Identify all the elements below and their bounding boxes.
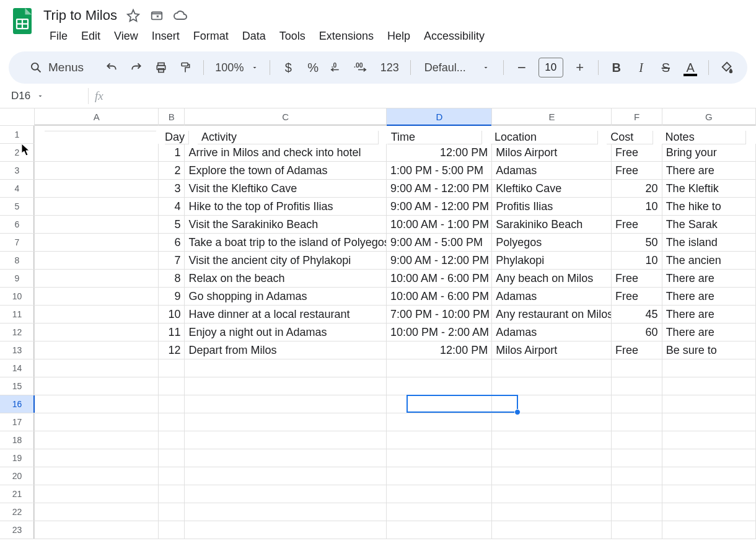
cell[interactable] bbox=[35, 341, 159, 359]
cell[interactable] bbox=[662, 413, 756, 431]
cell[interactable]: 10:00 AM - 6:00 PM bbox=[387, 270, 492, 288]
cell[interactable]: Any restaurant on Milos bbox=[492, 306, 612, 324]
cell[interactable]: Adamas bbox=[492, 162, 612, 180]
cell[interactable] bbox=[387, 377, 492, 395]
menu-format[interactable]: Format bbox=[187, 26, 235, 46]
row-header-21[interactable]: 21 bbox=[0, 485, 35, 503]
cell[interactable]: Hike to the top of Profitis Ilias bbox=[185, 198, 386, 216]
cell[interactable]: Free bbox=[612, 144, 662, 162]
cell[interactable]: 20 bbox=[612, 180, 662, 198]
cell[interactable] bbox=[492, 503, 612, 521]
cell[interactable]: There are bbox=[662, 270, 756, 288]
cell[interactable] bbox=[387, 359, 492, 377]
cell[interactable] bbox=[612, 395, 662, 413]
cell[interactable]: 3 bbox=[159, 180, 185, 198]
row-header-2[interactable]: 2 bbox=[0, 144, 35, 162]
cell[interactable] bbox=[35, 467, 159, 485]
cell[interactable] bbox=[159, 521, 185, 539]
cell[interactable] bbox=[492, 431, 612, 449]
text-color-button[interactable]: A bbox=[680, 57, 701, 78]
row-header-13[interactable]: 13 bbox=[0, 341, 35, 359]
sheets-logo[interactable] bbox=[10, 5, 35, 37]
cell[interactable]: 10:00 AM - 6:00 PM bbox=[387, 288, 492, 306]
cell[interactable] bbox=[159, 431, 185, 449]
cell[interactable]: 6 bbox=[159, 234, 185, 252]
cell[interactable] bbox=[492, 359, 612, 377]
cell[interactable]: Take a boat trip to the island of Polyeg… bbox=[185, 234, 386, 252]
row-header-4[interactable]: 4 bbox=[0, 180, 35, 198]
menu-view[interactable]: View bbox=[108, 26, 144, 46]
cell[interactable] bbox=[35, 324, 159, 341]
cell[interactable]: Milos Airport bbox=[492, 144, 612, 162]
row-header-7[interactable]: 7 bbox=[0, 234, 35, 252]
cell[interactable] bbox=[35, 449, 159, 467]
cell[interactable]: There are bbox=[662, 306, 756, 324]
cell[interactable]: Adamas bbox=[492, 324, 612, 341]
cell[interactable] bbox=[35, 413, 159, 431]
cell[interactable] bbox=[35, 216, 159, 234]
row-header-6[interactable]: 6 bbox=[0, 216, 35, 234]
menu-tools[interactable]: Tools bbox=[273, 26, 312, 46]
formula-input[interactable] bbox=[110, 84, 756, 108]
cell[interactable] bbox=[612, 449, 662, 467]
cell[interactable] bbox=[662, 467, 756, 485]
cell[interactable] bbox=[662, 359, 756, 377]
paint-format-button[interactable] bbox=[175, 57, 196, 78]
cell[interactable] bbox=[387, 431, 492, 449]
column-header-B[interactable]: B bbox=[159, 108, 185, 126]
cell[interactable] bbox=[35, 377, 159, 395]
cell[interactable]: Notes bbox=[662, 131, 746, 144]
cell[interactable] bbox=[387, 395, 492, 413]
cell[interactable] bbox=[159, 377, 185, 395]
cell[interactable]: The Kleftik bbox=[662, 180, 756, 198]
row-header-1[interactable]: 1 bbox=[0, 126, 35, 144]
cell[interactable]: The hike to bbox=[662, 198, 756, 216]
cell[interactable]: Arrive in Milos and check into hotel bbox=[185, 144, 386, 162]
row-header-19[interactable]: 19 bbox=[0, 449, 35, 467]
name-box[interactable]: D16 bbox=[7, 90, 82, 102]
cell[interactable] bbox=[612, 485, 662, 503]
menu-accessibility[interactable]: Accessibility bbox=[418, 26, 491, 46]
cell[interactable] bbox=[159, 485, 185, 503]
cell[interactable]: Enjoy a night out in Adamas bbox=[185, 324, 386, 341]
cell[interactable]: 50 bbox=[612, 234, 662, 252]
cell[interactable] bbox=[662, 449, 756, 467]
cell[interactable]: 8 bbox=[159, 270, 185, 288]
cell[interactable]: Kleftiko Cave bbox=[492, 180, 612, 198]
cell[interactable] bbox=[35, 521, 159, 539]
cell[interactable]: 1 bbox=[159, 144, 185, 162]
increase-decimals-button[interactable]: .00 bbox=[352, 57, 373, 78]
spreadsheet-grid[interactable]: ABCDEFG 12345678910111213141516171819202… bbox=[0, 108, 756, 555]
cell[interactable] bbox=[492, 395, 612, 413]
cell[interactable] bbox=[35, 144, 159, 162]
cell[interactable]: 10 bbox=[159, 306, 185, 324]
cell[interactable] bbox=[35, 162, 159, 180]
cell[interactable]: 9 bbox=[159, 288, 185, 306]
cell[interactable] bbox=[387, 467, 492, 485]
cell[interactable] bbox=[185, 395, 386, 413]
cell[interactable] bbox=[185, 449, 386, 467]
strikethrough-button[interactable]: S bbox=[655, 57, 676, 78]
cell[interactable] bbox=[612, 467, 662, 485]
cell[interactable]: Profitis Ilias bbox=[492, 198, 612, 216]
cell[interactable]: 12:00 PM bbox=[387, 341, 492, 359]
cell[interactable] bbox=[662, 395, 756, 413]
cell[interactable]: Milos Airport bbox=[492, 341, 612, 359]
cell[interactable]: Be sure to bbox=[662, 341, 756, 359]
cell[interactable]: 9:00 AM - 12:00 PM bbox=[387, 198, 492, 216]
cell[interactable] bbox=[35, 234, 159, 252]
cell[interactable]: The island bbox=[662, 234, 756, 252]
row-header-5[interactable]: 5 bbox=[0, 198, 35, 216]
document-title[interactable]: Trip to Milos bbox=[43, 7, 117, 24]
cell[interactable]: 7:00 PM - 10:00 PM bbox=[387, 306, 492, 324]
cell[interactable]: 7 bbox=[159, 252, 185, 270]
cell[interactable] bbox=[492, 413, 612, 431]
cell[interactable]: 11 bbox=[159, 324, 185, 341]
cell[interactable] bbox=[185, 413, 386, 431]
font-size-input[interactable]: 10 bbox=[538, 58, 563, 77]
row-header-15[interactable]: 15 bbox=[0, 377, 35, 395]
menu-data[interactable]: Data bbox=[236, 26, 272, 46]
cell[interactable]: There are bbox=[662, 162, 756, 180]
cell[interactable] bbox=[662, 503, 756, 521]
cell[interactable] bbox=[185, 521, 386, 539]
